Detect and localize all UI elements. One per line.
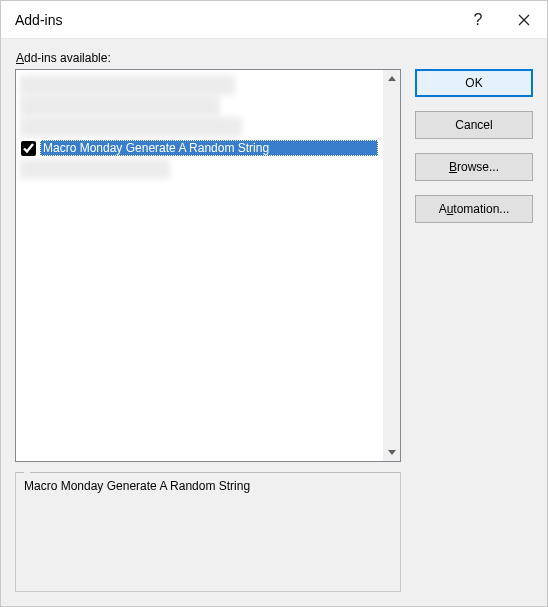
list-item[interactable]: Macro Monday Generate A Random String [20, 138, 378, 158]
list-item-blurred [20, 75, 235, 95]
addins-listbox[interactable]: Macro Monday Generate A Random String [15, 69, 401, 462]
titlebar: Add-ins ? [1, 1, 547, 39]
list-item-blurred [20, 159, 170, 179]
svg-marker-3 [388, 450, 396, 455]
close-icon [518, 14, 530, 26]
close-button[interactable] [501, 1, 547, 39]
help-button[interactable]: ? [455, 1, 501, 39]
chevron-down-icon [388, 450, 396, 455]
description-text: Macro Monday Generate A Random String [24, 479, 392, 493]
scroll-down-button[interactable] [383, 444, 400, 461]
addins-dialog: Add-ins ? Add-ins available: Macro Monda… [0, 0, 548, 607]
svg-marker-2 [388, 76, 396, 81]
list-item-blurred [20, 117, 242, 137]
description-groupbox: Macro Monday Generate A Random String [15, 472, 401, 592]
right-column: OK Cancel Browse... Automation... [415, 51, 533, 592]
list-inner: Macro Monday Generate A Random String [16, 70, 382, 461]
automation-button[interactable]: Automation... [415, 195, 533, 223]
left-column: Add-ins available: Macro Monday Generate… [15, 51, 401, 592]
list-item-blurred [20, 96, 220, 116]
dialog-content: Add-ins available: Macro Monday Generate… [1, 39, 547, 606]
dialog-title: Add-ins [15, 12, 455, 28]
list-item-label: Macro Monday Generate A Random String [40, 140, 378, 156]
addins-available-label: Add-ins available: [15, 51, 401, 65]
list-item-checkbox[interactable] [21, 141, 36, 156]
browse-button[interactable]: Browse... [415, 153, 533, 181]
cancel-button[interactable]: Cancel [415, 111, 533, 139]
ok-button[interactable]: OK [415, 69, 533, 97]
scroll-up-button[interactable] [383, 70, 400, 87]
scrollbar[interactable] [383, 70, 400, 461]
chevron-up-icon [388, 76, 396, 81]
